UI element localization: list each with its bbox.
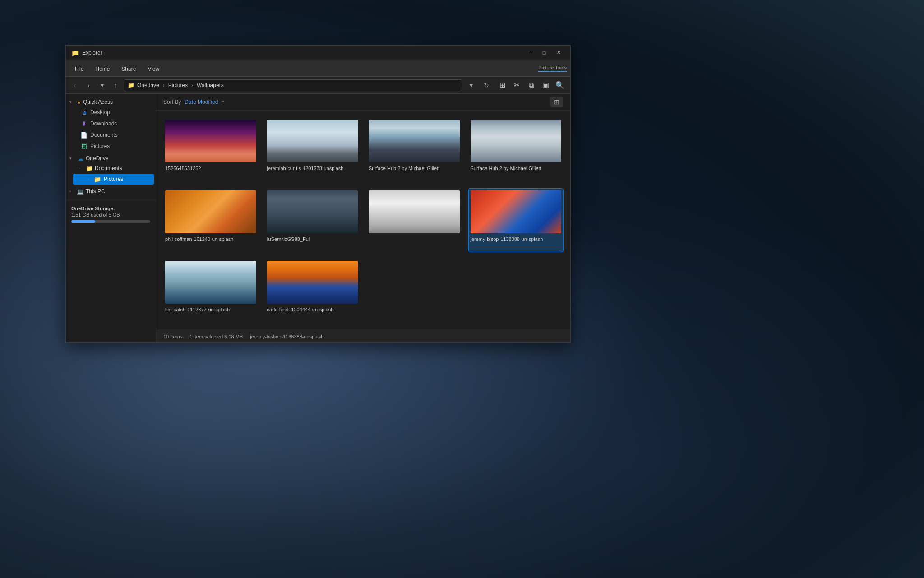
sidebar: ▾ ★ Quick Acess 🖥 Desktop ⬇ Downloads 📄 …: [66, 94, 156, 342]
onedrive-sub: › 📁 Documents › 📁 Pictures: [66, 163, 156, 185]
forward-button[interactable]: ›: [83, 80, 94, 91]
menu-bar: File Home Share View Picture Tools: [66, 60, 570, 76]
main-content: ▾ ★ Quick Acess 🖥 Desktop ⬇ Downloads 📄 …: [66, 94, 570, 342]
address-dropdown-button[interactable]: ▾: [465, 79, 477, 91]
storage-info: 1.51 GB used of 5 GB: [71, 212, 150, 217]
thumbnail-2: [267, 120, 358, 162]
quick-access-label: Quick Acess: [83, 99, 113, 105]
file-area: Sort By Date Modified ↑ ⊞ 1526648631252 …: [156, 94, 570, 342]
onedrive-label: OneDrive: [86, 155, 109, 162]
search-button[interactable]: 🔍: [553, 79, 567, 92]
filename-6: IuSemNxGS88_Full: [267, 236, 358, 242]
file-item-5[interactable]: phil-coffman-161240-un-splash: [163, 189, 258, 252]
file-item-3[interactable]: Surface Hub 2 by Michael Gillett: [367, 118, 462, 181]
thumbnail-1: [165, 120, 256, 162]
filename-9: tim-patch-1112877-un-splash: [165, 306, 256, 313]
onedrive-icon: ☁: [77, 155, 84, 162]
filename-1: 1526648631252: [165, 165, 256, 171]
file-item-2[interactable]: jeremiah-cur-tis-1201278-unsplash: [265, 118, 360, 181]
thumbnail-9: [165, 261, 256, 304]
file-item-8[interactable]: jeremy-bisop-1138388-un-splash: [469, 189, 564, 252]
desktop-label: Desktop: [90, 109, 110, 116]
sidebar-item-downloads[interactable]: ⬇ Downloads: [68, 118, 154, 129]
grid-view-button[interactable]: ⊞: [550, 97, 563, 107]
storage-bar: [71, 220, 150, 223]
thispc-label: This PC: [86, 188, 105, 194]
sidebar-item-onedrive-pictures[interactable]: › 📁 Pictures: [73, 174, 154, 185]
filename-2: jeremiah-cur-tis-1201278-unsplash: [267, 165, 358, 171]
sidebar-item-pictures[interactable]: 🖼 Pictures: [68, 141, 154, 152]
onedrive-pictures-label: Pictures: [104, 176, 123, 182]
sort-value[interactable]: Date Modified: [185, 99, 218, 105]
recent-locations-button[interactable]: ▾: [97, 80, 107, 91]
menu-file[interactable]: File: [69, 63, 89, 75]
chevron-right-icon-3: ›: [69, 189, 75, 194]
minimize-button[interactable]: ─: [523, 48, 536, 57]
thumbnail-3: [369, 120, 460, 162]
chevron-right-icon-2: ›: [86, 177, 91, 181]
file-item-6[interactable]: IuSemNxGS88_Full: [265, 189, 360, 252]
filename-8: jeremy-bisop-1138388-un-splash: [471, 236, 562, 242]
ribbon: File Home Share View Picture Tools: [66, 60, 570, 77]
pictures-icon: 🖼: [80, 143, 88, 150]
chevron-down-icon: ▾: [69, 100, 75, 104]
menu-home[interactable]: Home: [90, 63, 115, 75]
picture-tools-label: Picture Tools: [538, 65, 567, 72]
menu-view[interactable]: View: [142, 63, 165, 75]
refresh-button[interactable]: ↻: [480, 79, 493, 91]
sort-direction-icon[interactable]: ↑: [222, 99, 224, 105]
rename-button[interactable]: ▣: [539, 79, 552, 92]
sidebar-item-desktop[interactable]: 🖥 Desktop: [68, 107, 154, 118]
filename-4: Surface Hub 2 by Michael Gillett: [471, 165, 562, 171]
window-title: Explorer: [82, 50, 102, 56]
folder-pictures-icon: 📁: [94, 176, 101, 183]
downloads-icon: ⬇: [80, 120, 88, 127]
filename-5: phil-coffman-161240-un-splash: [165, 236, 256, 242]
filename-3: Surface Hub 2 by Michael Gillett: [369, 165, 460, 171]
back-button[interactable]: ‹: [69, 80, 80, 91]
onedrive-documents-label: Documents: [95, 165, 122, 171]
sort-bar: Sort By Date Modified ↑ ⊞: [156, 94, 570, 111]
thumbnail-5: [165, 190, 256, 233]
copy-button[interactable]: ⧉: [524, 79, 538, 92]
up-button[interactable]: ↑: [110, 80, 121, 91]
storage-bar-fill: [71, 220, 95, 223]
folder-icon: 📁: [128, 82, 134, 88]
sort-by-label: Sort By: [163, 99, 181, 105]
thispc-header[interactable]: › 💻 This PC: [66, 186, 156, 196]
file-item-7[interactable]: [367, 189, 462, 252]
thispc-section: › 💻 This PC: [66, 186, 156, 196]
view-toggle: ⊞: [550, 97, 563, 107]
thumbnail-6: [267, 190, 358, 233]
selected-filename: jeremy-bishop-1138388-unsplash: [250, 334, 323, 339]
storage-section: OneDrive Storage: 1.51 GB used of 5 GB: [66, 200, 156, 227]
onedrive-section: ▾ ☁ OneDrive › 📁 Documents › 📁 Pictures: [66, 153, 156, 185]
chevron-down-icon-2: ▾: [69, 156, 75, 161]
file-item-9[interactable]: tim-patch-1112877-un-splash: [163, 259, 258, 323]
file-item-1[interactable]: 1526648631252: [163, 118, 258, 181]
thumbnail-8: [471, 190, 562, 233]
sidebar-item-documents[interactable]: 📄 Documents: [68, 129, 154, 140]
window-icon: 📁: [71, 49, 79, 56]
file-item-10[interactable]: carlo-knell-1204444-un-splash: [265, 259, 360, 323]
documents-label: Documents: [90, 132, 118, 138]
pictures-label: Pictures: [90, 143, 110, 149]
desktop-icon: 🖥: [80, 109, 88, 116]
quick-access-header[interactable]: ▾ ★ Quick Acess: [66, 97, 156, 106]
onedrive-header[interactable]: ▾ ☁ OneDrive: [66, 153, 156, 163]
breadcrumb-pictures: Pictures: [168, 82, 188, 88]
file-item-4[interactable]: Surface Hub 2 by Michael Gillett: [469, 118, 564, 181]
selected-info: 1 item selected 6.18 MB: [189, 334, 243, 339]
maximize-button[interactable]: □: [538, 48, 550, 57]
thumbnail-7: [369, 190, 460, 233]
storage-label: OneDrive Storage:: [71, 206, 150, 211]
documents-icon: 📄: [80, 131, 88, 139]
cut-button[interactable]: ✂: [510, 79, 523, 92]
close-button[interactable]: ✕: [552, 48, 565, 57]
menu-share[interactable]: Share: [116, 63, 141, 75]
address-field[interactable]: 📁 Onedrive › Pictures › Wallpapers: [124, 79, 462, 91]
onedrive-documents-header[interactable]: › 📁 Documents: [71, 163, 156, 173]
toolbar-buttons: ⊞ ✂ ⧉ ▣ 🔍: [495, 79, 567, 92]
file-grid: 1526648631252 jeremiah-cur-tis-1201278-u…: [156, 111, 570, 330]
expand-pane-button[interactable]: ⊞: [495, 79, 509, 92]
